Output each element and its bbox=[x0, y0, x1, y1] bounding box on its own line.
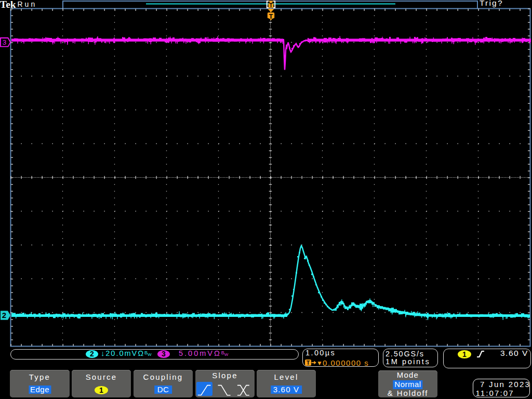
svg-text:T: T bbox=[269, 12, 273, 20]
svg-text:T: T bbox=[269, 2, 273, 8]
svg-text:3: 3 bbox=[3, 38, 7, 46]
svg-text:2: 2 bbox=[2, 311, 6, 320]
